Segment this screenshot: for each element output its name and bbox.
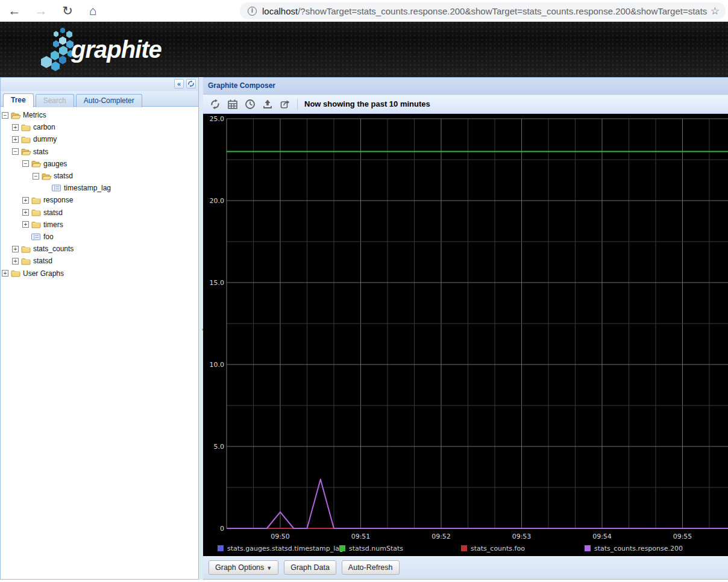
tab-tree[interactable]: Tree: [3, 93, 34, 107]
svg-text:15.0: 15.0: [210, 279, 225, 287]
home-icon[interactable]: ⌂: [83, 1, 102, 20]
folder-icon: [31, 208, 43, 216]
folder-icon: [31, 221, 43, 228]
tree-item-label: timestamp_lag: [63, 184, 111, 192]
leaf-icon: [52, 184, 63, 192]
expand-toggle-icon[interactable]: +: [12, 246, 19, 252]
browser-toolbar: ← → ↻ ⌂ i localhost/?showTarget=stats_co…: [0, 0, 728, 22]
tree-item-statsd[interactable]: −statsd: [1, 170, 198, 182]
tree-item-carbon[interactable]: +carbon: [1, 121, 198, 133]
composer-toolbar: Now showing the past 10 minutes: [203, 95, 728, 114]
expand-toggle-icon[interactable]: +: [2, 270, 8, 277]
composer-panel: Graphite Composer: [203, 77, 728, 580]
expand-toggle-icon[interactable]: +: [12, 124, 19, 131]
folder-icon: [21, 136, 33, 143]
url-host: localhost: [262, 6, 298, 16]
tree-item-metrics[interactable]: −Metrics: [1, 109, 198, 121]
tree-item-dummy[interactable]: +dummy: [1, 133, 198, 145]
tree-item-label: response: [43, 196, 73, 204]
clock-icon[interactable]: [245, 99, 256, 110]
url-text: localhost/?showTarget=stats_counts.respo…: [262, 6, 707, 16]
svg-text:10.0: 10.0: [210, 361, 225, 369]
graphite-header: graphite: [0, 22, 728, 77]
tree-item-gauges[interactable]: −gauges: [1, 158, 198, 170]
tab-search[interactable]: Search: [36, 94, 74, 107]
tab-auto-completer[interactable]: Auto-Completer: [76, 94, 142, 107]
leaf-icon: [31, 233, 43, 240]
menu-caret-icon: ▼: [266, 565, 272, 571]
sidebar-tab-strip: TreeSearchAuto-Completer: [1, 91, 198, 107]
svg-text:09:54: 09:54: [592, 533, 612, 540]
forward-icon[interactable]: →: [31, 1, 51, 20]
folder-open-icon: [42, 172, 53, 180]
tree-item-timers[interactable]: +timers: [1, 219, 198, 231]
back-icon[interactable]: ←: [5, 1, 24, 20]
folder-icon: [21, 257, 33, 265]
collapse-toggle-icon[interactable]: −: [2, 112, 8, 119]
auto-refresh-button[interactable]: Auto-Refresh: [342, 560, 400, 575]
tree-item-label: dummy: [33, 135, 57, 143]
page-info-icon[interactable]: i: [248, 7, 257, 16]
expand-toggle-icon[interactable]: +: [22, 209, 29, 216]
svg-text:09:51: 09:51: [351, 533, 371, 540]
tree-item-statsd[interactable]: +statsd: [1, 207, 198, 219]
share-icon[interactable]: [280, 99, 290, 110]
collapse-toggle-icon[interactable]: −: [22, 160, 29, 167]
expand-toggle-icon[interactable]: +: [22, 221, 29, 228]
tree-item-label: timers: [43, 221, 63, 229]
folder-open-icon: [11, 111, 22, 119]
expand-toggle-icon[interactable]: +: [12, 258, 19, 264]
calendar-icon[interactable]: [227, 99, 238, 110]
graph-canvas: 05.010.015.020.025.009:5009:5109:5209:53…: [203, 114, 728, 556]
folder-icon: [31, 196, 43, 204]
svg-text:stats_counts.response.200: stats_counts.response.200: [594, 545, 683, 552]
panel-splitter[interactable]: [199, 77, 203, 580]
collapse-panel-icon[interactable]: «: [174, 79, 184, 89]
folder-icon: [11, 269, 22, 277]
tree-item-timestamp-lag[interactable]: timestamp_lag: [1, 182, 198, 194]
refresh-icon[interactable]: [210, 99, 221, 110]
tree-item-label: Metrics: [22, 111, 46, 119]
folder-open-icon: [21, 148, 33, 155]
folder-icon: [21, 245, 33, 253]
refresh-tree-icon[interactable]: [186, 79, 196, 89]
bookmark-star-icon[interactable]: ☆: [711, 5, 720, 17]
screen: ← → ↻ ⌂ i localhost/?showTarget=stats_co…: [0, 0, 728, 582]
graphite-logo-text: graphite: [71, 36, 162, 63]
tree-item-label: stats: [33, 148, 48, 156]
collapse-toggle-icon[interactable]: −: [12, 148, 19, 155]
graph-options-button[interactable]: Graph Options▼: [209, 560, 278, 575]
url-bar[interactable]: i localhost/?showTarget=stats_counts.res…: [240, 2, 726, 19]
tree-item-stats-counts[interactable]: +stats_counts: [1, 243, 198, 255]
tree-item-label: statsd: [53, 172, 73, 180]
tree-item-foo[interactable]: foo: [1, 231, 198, 243]
upload-icon[interactable]: [262, 99, 273, 110]
tree-item-user-graphs[interactable]: +User Graphs: [1, 267, 198, 279]
svg-text:20.0: 20.0: [210, 197, 225, 205]
svg-text:09:52: 09:52: [431, 533, 451, 540]
tree-item-label: statsd: [33, 257, 52, 265]
svg-text:5.0: 5.0: [214, 443, 225, 451]
composer-title: Graphite Composer: [203, 78, 728, 95]
tree-item-statsd[interactable]: +statsd: [1, 255, 198, 267]
tree-item-response[interactable]: +response: [1, 194, 198, 206]
toolbar-separator: [297, 99, 298, 110]
tree-item-label: stats_counts: [33, 245, 74, 253]
graph-data-button[interactable]: Graph Data: [284, 560, 336, 575]
collapse-toggle-icon[interactable]: −: [33, 173, 39, 180]
svg-text:stats.gauges.statsd.timestamp_: stats.gauges.statsd.timestamp_lag: [227, 545, 344, 552]
expand-toggle-icon[interactable]: +: [22, 197, 29, 204]
tree-item-stats[interactable]: −stats: [1, 146, 198, 158]
tree-item-label: statsd: [43, 208, 63, 217]
tree-item-label: foo: [43, 233, 54, 241]
composer-footer: Graph Options▼Graph DataAuto-Refresh: [203, 556, 728, 579]
time-range-status: Now showing the past 10 minutes: [304, 99, 430, 108]
tree-item-label: gauges: [43, 160, 67, 168]
tree-item-label: carbon: [33, 123, 55, 131]
tree-item-label: User Graphs: [22, 269, 64, 278]
expand-toggle-icon[interactable]: +: [12, 136, 19, 143]
reload-icon[interactable]: ↻: [58, 1, 77, 20]
folder-icon: [21, 124, 33, 131]
folder-open-icon: [31, 160, 43, 167]
svg-text:25.0: 25.0: [210, 115, 225, 123]
